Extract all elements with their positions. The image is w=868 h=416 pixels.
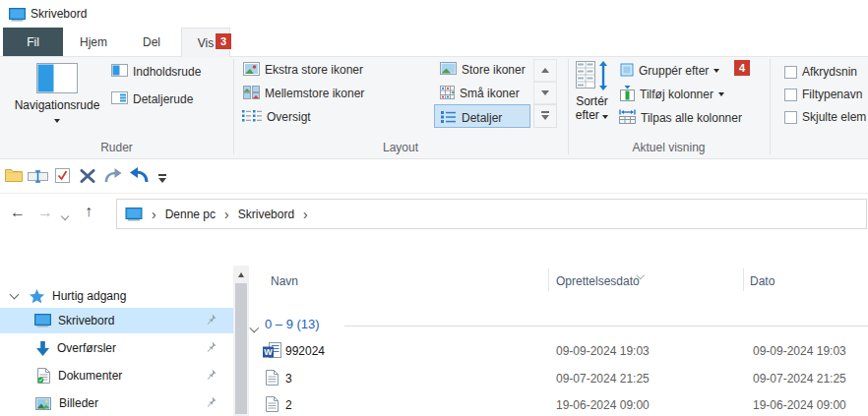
file-row[interactable]: W 992024 09-09-2024 19:03 09-09-2024 19:… <box>249 338 868 364</box>
title-bar: Skrivebord <box>0 0 868 28</box>
tab-hjem[interactable]: Hjem <box>71 28 116 56</box>
downloads-arrow-icon <box>36 341 49 356</box>
layout-scroll-up-button[interactable] <box>533 59 557 82</box>
text-document-icon <box>266 396 279 415</box>
explorer-window: Skrivebord Fil Hjem Del Vis 3 Navigation… <box>0 0 868 416</box>
tab-vis-badge: 3 <box>216 33 231 49</box>
add-columns-icon <box>620 86 635 104</box>
ribbon-divider <box>770 59 771 154</box>
forward-button[interactable]: → <box>37 203 53 222</box>
group-collapse-chevron-icon[interactable] <box>251 320 258 333</box>
navigation-pane-icon <box>36 63 78 96</box>
triangle-down-icon <box>541 115 549 120</box>
group-by-button[interactable]: Gruppér efter <box>620 60 719 82</box>
details-pane-button[interactable]: Detaljerude <box>111 89 193 110</box>
checkbox-item-file-extensions[interactable]: Filtypenavn <box>784 84 862 105</box>
svg-text:W: W <box>264 347 273 357</box>
delete-x-icon <box>80 169 95 183</box>
sidebar-item-quick-access[interactable]: Hurtig adgang <box>0 284 233 308</box>
scrollbar-thumb[interactable] <box>235 283 247 414</box>
checkbox-item-checkboxes[interactable]: Afkrydsnin <box>784 61 857 83</box>
file-created: 09-09-2024 19:03 <box>556 344 650 358</box>
group-label-panes: Ruder <box>0 141 233 156</box>
checkbox-icon[interactable] <box>784 66 797 79</box>
sidebar-scrollbar[interactable] <box>233 266 249 416</box>
recent-locations-button[interactable] <box>62 208 68 222</box>
up-button[interactable]: ↑ <box>85 202 93 221</box>
word-document-icon: W <box>263 342 281 362</box>
pin-icon[interactable] <box>206 341 217 355</box>
small-icons-icon <box>440 86 455 102</box>
more-bar-icon <box>541 111 549 113</box>
column-header-dato[interactable]: Dato <box>750 274 775 288</box>
folder-icon <box>5 168 23 183</box>
checkbox-icon[interactable] <box>784 111 797 124</box>
scrollbar-up-button[interactable] <box>233 266 249 283</box>
triangle-down-icon <box>541 90 549 95</box>
chevron-expanded-icon[interactable] <box>10 290 20 300</box>
pin-icon[interactable] <box>206 396 217 410</box>
breadcrumb-skrivebord[interactable]: Skrivebord <box>238 208 294 221</box>
properties-button[interactable] <box>55 168 70 186</box>
new-folder-button[interactable] <box>5 168 23 186</box>
address-bar[interactable]: › Denne pc › Skrivebord › <box>116 199 867 229</box>
redo-button[interactable] <box>103 167 122 186</box>
view-medium-icons[interactable]: Mellemstore ikoner <box>243 83 364 104</box>
column-separator[interactable] <box>743 268 744 291</box>
undo-button[interactable] <box>129 166 150 186</box>
text-document-icon <box>266 370 279 388</box>
group-label-current-view: Aktuel visning <box>568 141 770 156</box>
sidebar-item-skrivebord[interactable]: Skrivebord <box>0 308 233 333</box>
breadcrumb-chevron[interactable]: › <box>152 208 156 221</box>
file-created: 09-07-2024 21:25 <box>556 372 650 386</box>
qat-customize-button[interactable] <box>158 174 166 183</box>
pin-icon[interactable] <box>206 314 217 327</box>
breadcrumb-chevron[interactable]: › <box>224 208 229 221</box>
view-details-selected[interactable]: Detaljer <box>434 104 530 128</box>
column-separator[interactable] <box>548 268 549 291</box>
desktop-icon <box>9 8 26 25</box>
divider <box>0 193 868 194</box>
column-header-oprettelsesdato[interactable]: Oprettelsesdato <box>556 274 640 288</box>
sidebar-item-billeder[interactable]: Billeder <box>0 390 233 416</box>
file-created: 19-06-2024 09:00 <box>556 398 650 412</box>
navigation-pane-label: Navigationsrude <box>4 98 110 112</box>
layout-more-button[interactable] <box>533 104 557 128</box>
file-row[interactable]: 2 19-06-2024 09:00 19-06-2024 09:00 <box>249 392 868 416</box>
size-columns-button[interactable]: Tilpas alle kolonner <box>619 107 742 129</box>
sort-by-button[interactable]: Sortér efter <box>569 59 615 142</box>
delete-button[interactable] <box>80 169 95 186</box>
file-date: 19-06-2024 09:00 <box>753 398 846 412</box>
layout-scroll-down-button[interactable] <box>533 82 557 104</box>
chevron-down-icon <box>158 178 166 183</box>
group-by-icon <box>620 63 634 80</box>
view-list[interactable]: Oversigt <box>242 106 311 128</box>
tab-del[interactable]: Del <box>131 28 172 56</box>
sort-by-label2: efter <box>569 108 615 122</box>
rename-button[interactable] <box>28 170 48 186</box>
redo-arrow-icon <box>103 167 122 183</box>
column-header-navn[interactable]: Navn <box>271 274 298 288</box>
tab-fil[interactable]: Fil <box>3 28 63 56</box>
checkbox-icon[interactable] <box>784 89 797 101</box>
back-button[interactable]: ← <box>10 203 26 222</box>
checkbox-item-hidden-items[interactable]: Skjulte elem <box>784 106 866 128</box>
content-pane-button[interactable]: Indholdsrude <box>111 61 201 83</box>
list-view-icon <box>242 109 262 126</box>
breadcrumb-chevron[interactable]: › <box>303 208 308 221</box>
chevron-down-icon <box>54 119 60 123</box>
extra-large-icons-icon <box>243 62 260 79</box>
group-header[interactable]: 0 – 9 (13) <box>265 317 320 331</box>
navigation-pane-button[interactable]: Navigationsrude <box>4 59 110 142</box>
breadcrumb-denne-pc[interactable]: Denne pc <box>165 208 216 221</box>
file-row[interactable]: 3 09-07-2024 21:25 09-07-2024 21:25 <box>249 366 868 391</box>
pin-icon[interactable] <box>206 369 217 383</box>
rename-icon <box>28 170 48 183</box>
view-extra-large-icons[interactable]: Ekstra store ikoner <box>243 59 363 81</box>
view-small-icons[interactable]: Små ikoner <box>440 83 520 104</box>
triangle-up-icon <box>541 68 549 73</box>
sidebar-item-overfoersler[interactable]: Overførsler <box>0 335 233 361</box>
view-large-icons[interactable]: Store ikoner <box>440 59 526 81</box>
add-columns-button[interactable]: Tilføj kolonner <box>620 84 724 105</box>
sidebar-item-dokumenter[interactable]: Dokumenter <box>0 363 233 388</box>
